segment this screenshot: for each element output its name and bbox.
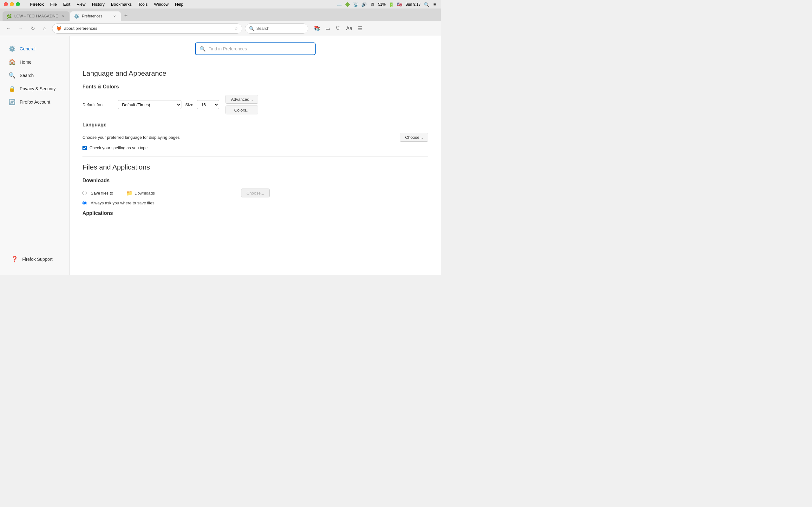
menu-tools[interactable]: Tools [136, 1, 150, 7]
search-bar-icon: 🔍 [249, 26, 254, 31]
folder-icon: 📁 [126, 190, 133, 196]
choose-downloads-button[interactable]: Choose... [241, 188, 270, 198]
sidebar-label-support: Firefox Support [22, 257, 53, 262]
wifi-icon: 📡 [353, 2, 358, 7]
search-icon[interactable]: 🔍 [424, 2, 429, 7]
save-files-row: Save files to 📁 Downloads Choose... [83, 188, 428, 198]
navbar: ← → ↻ ⌂ 🦊 about:preferences ☆ 🔍 📚 ▭ 🛡 Aa… [0, 21, 441, 36]
address-bar[interactable]: 🦊 about:preferences ☆ [52, 23, 242, 34]
menubar: Firefox File Edit View History Bookmarks… [0, 0, 441, 9]
sidebar-label-privacy: Privacy & Security [20, 86, 56, 91]
home-button[interactable]: ⌂ [40, 24, 49, 33]
advanced-button[interactable]: Advanced... [225, 95, 258, 104]
colors-button[interactable]: Colors... [225, 106, 258, 114]
firefox-logo-icon: 🦊 [56, 26, 61, 31]
search-icon: 🔍 [9, 72, 15, 78]
battery-icon: 🔋 [389, 2, 394, 7]
sidebar: ⚙️ General 🏠 Home 🔍 Search 🔒 Privacy & S… [0, 36, 70, 275]
lock-icon: 🔒 [9, 86, 15, 92]
sidebar-item-search[interactable]: 🔍 Search [3, 69, 67, 82]
save-files-radio[interactable] [83, 191, 87, 195]
sidebar-toggle-icon[interactable]: ▭ [323, 24, 333, 33]
menu-window[interactable]: Window [152, 1, 171, 7]
choose-language-button[interactable]: Choose... [400, 133, 428, 142]
bookmark-star-icon[interactable]: ☆ [234, 25, 238, 32]
menu-edit[interactable]: Edit [61, 1, 72, 7]
menu-view[interactable]: View [74, 1, 88, 7]
sidebar-label-search: Search [20, 73, 34, 78]
sidebar-item-account[interactable]: 🔄 Firefox Account [3, 96, 67, 108]
forward-button[interactable]: → [16, 24, 26, 33]
cloud-icon: ☁️ [337, 2, 342, 7]
default-font-row: Default font Default (Times) Arial Helve… [83, 95, 428, 114]
files-section: Files and Applications Downloads Save fi… [83, 163, 428, 216]
language-section: Language Choose your preferred language … [83, 122, 428, 150]
language-row: Choose your preferred language for displ… [83, 133, 428, 142]
sidebar-label-home: Home [20, 60, 32, 65]
traffic-lights [4, 2, 20, 6]
downloads-title: Downloads [83, 178, 428, 183]
menu-history[interactable]: History [90, 1, 107, 7]
sidebar-item-general[interactable]: ⚙️ General [3, 43, 67, 55]
find-search-icon: 🔍 [200, 46, 206, 52]
clock: Sun 9:18 [405, 2, 420, 7]
default-font-select[interactable]: Default (Times) Arial Helvetica Times Ne… [118, 100, 182, 109]
divider-middle [83, 157, 428, 157]
fonts-colors-title: Fonts & Colors [83, 84, 428, 90]
tab-icon-preferences: ⚙️ [74, 14, 79, 19]
library-icon[interactable]: 📚 [312, 24, 322, 33]
tab-close-low-tech[interactable]: ✕ [61, 14, 66, 19]
sidebar-item-support[interactable]: ❓ Firefox Support [5, 253, 64, 266]
section-language-appearance-title: Language and Appearance [83, 69, 428, 78]
minimize-window-btn[interactable] [10, 2, 14, 6]
language-title: Language [83, 122, 428, 128]
reload-button[interactable]: ↻ [28, 24, 38, 33]
tab-preferences[interactable]: ⚙️ Preferences ✕ [70, 11, 121, 21]
sync-icon: 🔄 [9, 99, 15, 105]
search-input[interactable] [256, 26, 301, 31]
menu-help[interactable]: Help [172, 1, 186, 7]
address-text: about:preferences [64, 26, 231, 31]
battery-level: 51% [378, 2, 386, 7]
sidebar-label-general: General [20, 46, 36, 51]
flag-icon: 🇺🇸 [397, 2, 402, 7]
always-ask-radio[interactable] [83, 201, 87, 205]
new-tab-button[interactable]: + [121, 11, 131, 20]
content-area: 🔍 Language and Appearance Fonts & Colors… [70, 36, 441, 275]
downloads-path-text: Downloads [135, 191, 155, 195]
help-icon: ❓ [11, 256, 18, 262]
spelling-row: Check your spelling as you type [83, 146, 428, 150]
language-desc: Choose your preferred language for displ… [83, 135, 180, 140]
menu-file[interactable]: File [48, 1, 59, 7]
menu-bookmarks[interactable]: Bookmarks [108, 1, 134, 7]
search-bar[interactable]: 🔍 [245, 23, 308, 34]
tab-label-preferences: Preferences [82, 14, 102, 18]
reader-view-icon[interactable]: Aa [345, 24, 354, 33]
toolbar-buttons: 📚 ▭ 🛡 Aa ☰ [312, 24, 365, 33]
home-icon: 🏠 [9, 59, 15, 65]
fullscreen-window-btn[interactable] [16, 2, 20, 6]
shield-icon[interactable]: 🛡 [334, 24, 343, 33]
back-button[interactable]: ← [4, 24, 13, 33]
find-bar[interactable]: 🔍 [195, 43, 316, 55]
sidebar-item-home[interactable]: 🏠 Home [3, 56, 67, 68]
always-ask-row: Always ask you where to save files [83, 201, 428, 205]
always-ask-label: Always ask you where to save files [91, 201, 154, 205]
tabbar: 🌿 LOW←TECH MAGAZINE ✕ ⚙️ Preferences ✕ + [0, 9, 441, 21]
menu-button[interactable]: ☰ [355, 24, 365, 33]
menu-firefox[interactable]: Firefox [28, 1, 46, 7]
spelling-label: Check your spelling as you type [90, 146, 148, 150]
font-size-select[interactable]: 16 12 14 18 20 24 [197, 100, 219, 109]
divider-top [83, 63, 428, 63]
volume-icon: 🔊 [362, 2, 367, 7]
tab-icon-low-tech: 🌿 [6, 14, 12, 19]
find-in-preferences-input[interactable] [208, 46, 311, 51]
spelling-checkbox[interactable] [83, 146, 87, 150]
display-icon: 🖥 [370, 2, 375, 7]
close-window-btn[interactable] [4, 2, 8, 6]
tab-close-preferences[interactable]: ✕ [112, 14, 117, 19]
sidebar-item-privacy[interactable]: 🔒 Privacy & Security [3, 82, 67, 95]
sidebar-label-account: Firefox Account [20, 100, 50, 105]
control-center-icon[interactable]: ≡ [432, 2, 437, 7]
tab-low-tech[interactable]: 🌿 LOW←TECH MAGAZINE ✕ [3, 11, 69, 21]
